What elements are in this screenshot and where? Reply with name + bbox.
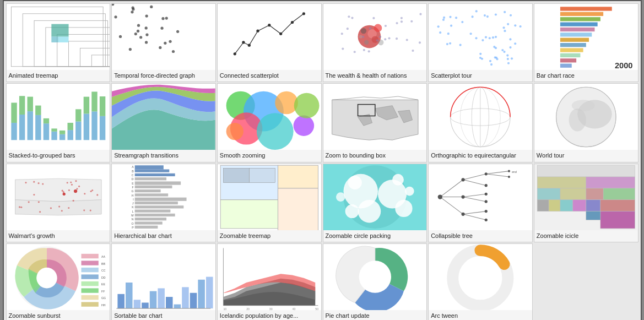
svg-point-75: [351, 17, 353, 19]
gallery-item-zoomable-sunburst[interactable]: AA BB CC DD EE FF GG HH Zoomable sunburs…: [6, 243, 111, 320]
thumbnail-wealth-health-nations: [323, 4, 427, 70]
svg-rect-326: [537, 200, 549, 211]
svg-point-101: [511, 58, 513, 60]
svg-rect-263: [135, 205, 184, 208]
gallery-item-zoom-bounding-box[interactable]: Zoom to bounding box: [323, 83, 427, 162]
thumbnail-temporal-force-directed: [112, 4, 215, 70]
svg-rect-158: [560, 59, 576, 63]
svg-point-145: [501, 49, 504, 51]
gallery-item-temporal-force-directed[interactable]: Temporal force-directed graph: [111, 3, 216, 82]
gallery-item-arc-tween[interactable]: Arc tween: [428, 243, 533, 320]
svg-rect-173: [51, 128, 57, 131]
gallery-item-orthographic[interactable]: Orthographic to equirectangular: [428, 83, 533, 162]
gallery-item-collapsible-tree[interactable]: end Collapsible tree: [428, 164, 533, 242]
item-label-scatterplot-tour: Scatterplot tour: [429, 70, 532, 82]
svg-point-59: [279, 32, 282, 35]
gallery-item-connected-scatterplot[interactable]: Connected scatterplot: [217, 3, 322, 82]
svg-rect-11: [58, 37, 68, 42]
svg-text:DD: DD: [101, 276, 106, 279]
svg-point-231: [71, 184, 72, 186]
gallery-item-sortable-bar[interactable]: Sortable bar chart: [111, 243, 216, 320]
svg-point-214: [61, 190, 63, 192]
gallery-container: Animated treemap Temporal force-directed…: [3, 0, 642, 320]
svg-point-213: [37, 201, 39, 203]
svg-rect-184: [99, 116, 105, 140]
svg-rect-325: [603, 188, 635, 200]
gallery-item-wealth-health-nations[interactable]: The wealth & health of nations: [323, 3, 427, 82]
svg-point-93: [410, 20, 413, 23]
svg-point-112: [493, 46, 495, 48]
svg-rect-359: [158, 289, 165, 308]
svg-point-376: [359, 261, 391, 293]
svg-point-54: [234, 53, 236, 56]
gallery-item-streamgraph[interactable]: Streamgraph transitions: [111, 83, 216, 162]
gallery-item-zoomable-circle-packing[interactable]: Zoomable circle packing: [323, 164, 427, 242]
svg-point-15: [176, 30, 179, 33]
gallery-item-smooth-zooming[interactable]: Smooth zooming: [217, 83, 322, 162]
svg-rect-365: [206, 277, 213, 308]
svg-rect-351: [81, 302, 98, 307]
item-label-icelandic-population: Icelandic population by age...: [218, 310, 321, 320]
svg-point-218: [84, 193, 85, 194]
svg-point-110: [455, 17, 457, 19]
gallery-item-world-tour[interactable]: World tour: [534, 83, 638, 162]
svg-point-94: [419, 13, 421, 15]
svg-point-336: [36, 268, 57, 289]
svg-rect-247: [135, 173, 175, 176]
svg-rect-257: [135, 193, 168, 196]
svg-rect-358: [150, 291, 157, 308]
gallery-item-pie-chart-update[interactable]: Pie chart update: [323, 243, 427, 320]
svg-point-132: [507, 58, 509, 60]
item-label-orthographic: Orthographic to equirectangular: [429, 150, 532, 161]
thumbnail-zoom-bounding-box: [323, 84, 427, 150]
gallery-item-icelandic-population[interactable]: 1020304050 Icelandic population by age..…: [217, 243, 322, 320]
svg-rect-343: [81, 275, 98, 279]
svg-rect-341: [81, 268, 98, 272]
svg-point-223: [61, 210, 62, 211]
svg-point-76: [353, 51, 355, 53]
gallery-item-bar-chart-race[interactable]: 2000 Bar chart race: [534, 3, 638, 82]
svg-rect-155: [560, 43, 586, 47]
svg-rect-149: [560, 12, 603, 16]
svg-rect-156: [560, 48, 583, 52]
gallery-item-stacked-grouped-bars[interactable]: Stacked-to-grouped bars: [6, 83, 111, 162]
svg-point-67: [364, 40, 369, 45]
svg-point-133: [507, 62, 510, 64]
svg-rect-280: [223, 168, 249, 182]
svg-text:A: A: [132, 165, 134, 169]
svg-point-215: [75, 180, 77, 182]
svg-rect-164: [19, 115, 24, 140]
svg-point-240: [73, 189, 77, 193]
item-label-sortable-bar: Sortable bar chart: [112, 310, 215, 320]
svg-point-55: [242, 41, 245, 44]
svg-point-124: [446, 43, 448, 45]
svg-point-47: [145, 34, 148, 36]
gallery-item-animated-treemap[interactable]: Animated treemap: [6, 3, 111, 82]
svg-point-113: [450, 25, 452, 27]
svg-point-71: [342, 48, 344, 50]
svg-point-140: [479, 53, 481, 55]
gallery-item-walmarts-growth[interactable]: Walmart's growth: [6, 164, 111, 242]
gallery-item-zoomable-icicle[interactable]: Zoomable icicle: [534, 164, 638, 242]
svg-rect-174: [59, 134, 64, 140]
gallery-item-hierarchical-bar[interactable]: A B C D E F G H I J K L: [111, 164, 216, 242]
svg-point-32: [159, 46, 161, 49]
svg-point-115: [503, 27, 505, 29]
svg-rect-12: [112, 4, 215, 70]
svg-text:J: J: [132, 202, 134, 205]
svg-point-24: [131, 11, 134, 14]
svg-point-210: [28, 201, 29, 203]
svg-rect-154: [560, 38, 589, 42]
svg-rect-175: [59, 131, 64, 134]
thumbnail-icelandic-population: 1020304050: [218, 244, 321, 310]
gallery-item-zoomable-treemap[interactable]: Zoomable treemap: [217, 164, 322, 242]
svg-point-109: [472, 16, 474, 18]
gallery-item-scatterplot-tour[interactable]: Scatterplot tour: [428, 3, 533, 82]
item-label-zoomable-circle-packing: Zoomable circle packing: [323, 230, 427, 242]
svg-point-30: [164, 42, 166, 45]
svg-point-236: [42, 183, 44, 185]
svg-point-58: [268, 24, 270, 27]
svg-point-22: [139, 36, 142, 39]
svg-rect-159: [560, 64, 572, 68]
svg-rect-319: [537, 165, 635, 177]
